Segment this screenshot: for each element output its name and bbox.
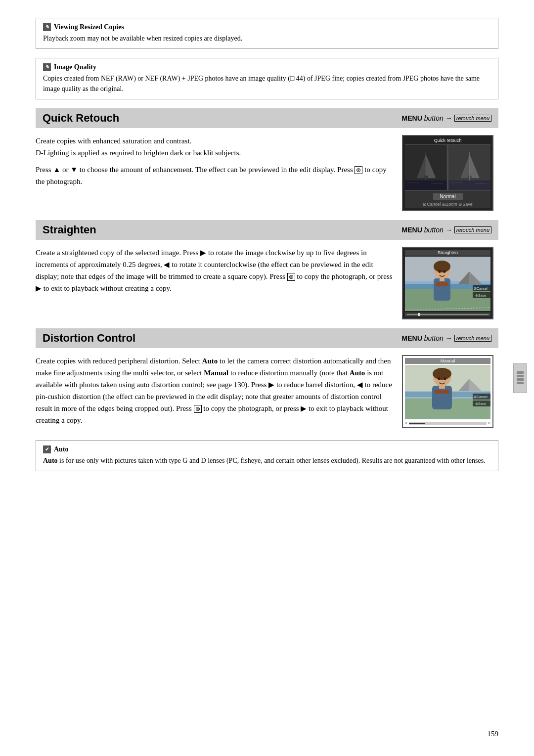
quick-retouch-para2: Press ▲ or ▼ to choose the amount of enh… bbox=[36, 164, 393, 187]
distortion-control-section: Distortion Control MENU button → retouch… bbox=[36, 328, 498, 431]
distortion-screen: Manual bbox=[402, 355, 493, 428]
svg-rect-54 bbox=[517, 378, 524, 381]
sailboat-svg-1 bbox=[405, 144, 490, 191]
straighten-img-area: ⊠Cancel ⊛Save bbox=[405, 257, 490, 311]
auto-note: ✔ Auto Auto is for use only with picture… bbox=[36, 440, 498, 471]
menu-text-2: button bbox=[424, 226, 444, 234]
straighten-image: Straighten bbox=[402, 247, 498, 319]
distortion-label-top: Manual bbox=[405, 358, 490, 364]
slider-min-label: 0 bbox=[405, 421, 407, 425]
straighten-section: Straighten MENU button → retouch menu Cr… bbox=[36, 220, 498, 319]
note-pencil-icon-1: ✎ bbox=[43, 23, 51, 31]
note-viewing-resized: ✎ Viewing Resized Copies Playback zoom m… bbox=[36, 18, 498, 49]
svg-rect-43 bbox=[432, 386, 452, 409]
cam-screen-title-1: Quick retouch bbox=[405, 138, 490, 143]
quick-retouch-header: Quick Retouch MENU button → retouch menu bbox=[36, 108, 498, 128]
straighten-body: Create a straightened copy of the select… bbox=[36, 247, 498, 319]
sidebar-icon bbox=[516, 371, 524, 386]
svg-point-47 bbox=[444, 377, 446, 380]
svg-rect-25 bbox=[434, 278, 450, 301]
menu-arrow-1: → bbox=[445, 114, 452, 122]
svg-point-46 bbox=[438, 377, 441, 380]
note-viewing-resized-label: Viewing Resized Copies bbox=[54, 23, 124, 31]
svg-rect-53 bbox=[517, 375, 524, 377]
straighten-header: Straighten MENU button → retouch menu bbox=[36, 220, 498, 240]
menu-text-3: button bbox=[424, 334, 444, 342]
svg-rect-45 bbox=[435, 390, 449, 394]
note-pencil-icon-2: ✎ bbox=[43, 63, 51, 71]
auto-check-icon: ✔ bbox=[43, 445, 51, 453]
straighten-screen: Straighten bbox=[402, 247, 493, 319]
cam-controls-1: ⊠Cancel ⊞Zoom ⊛Save bbox=[423, 202, 473, 207]
note-viewing-resized-title: ✎ Viewing Resized Copies bbox=[43, 23, 491, 31]
menu-keyword-1: MENU bbox=[402, 114, 422, 122]
note-image-quality-label: Image Quality bbox=[54, 63, 96, 71]
cam-bottom-1: Normal ⊠Cancel ⊞Zoom ⊛Save bbox=[405, 191, 490, 208]
svg-rect-27 bbox=[436, 282, 448, 286]
svg-point-29 bbox=[444, 270, 446, 273]
quick-retouch-section: Quick Retouch MENU button → retouch menu… bbox=[36, 108, 498, 211]
straighten-text: Create a straightened copy of the select… bbox=[36, 247, 393, 319]
cam-screen-img-1 bbox=[405, 144, 490, 191]
svg-rect-55 bbox=[517, 382, 524, 384]
distortion-img-area: ⊠Cancel ⊛Save bbox=[405, 365, 490, 419]
straighten-title: Straighten bbox=[43, 223, 96, 236]
note-image-quality: ✎ Image Quality Copies created from NEF … bbox=[36, 58, 498, 99]
menu-arrow-2: → bbox=[445, 226, 452, 234]
svg-point-42 bbox=[433, 368, 451, 380]
straighten-menu: MENU button → retouch menu bbox=[402, 226, 491, 234]
svg-rect-52 bbox=[517, 371, 524, 374]
menu-keyword-3: MENU bbox=[402, 334, 422, 342]
distortion-image: Manual bbox=[402, 355, 498, 431]
distortion-para1: Create copies with reduced peripheral di… bbox=[36, 355, 393, 426]
distortion-person-svg: ⊠Cancel ⊛Save bbox=[405, 365, 490, 419]
distortion-control-menu: MENU button → retouch menu bbox=[402, 334, 491, 342]
svg-point-24 bbox=[434, 261, 450, 272]
menu-icon-2: retouch menu bbox=[454, 226, 491, 233]
quick-retouch-title: Quick Retouch bbox=[43, 112, 119, 125]
svg-rect-44 bbox=[439, 385, 445, 389]
auto-note-label: Auto bbox=[54, 445, 69, 453]
quick-retouch-menu: MENU button → retouch menu bbox=[402, 114, 491, 122]
page-number: 159 bbox=[488, 730, 499, 738]
svg-rect-5 bbox=[405, 180, 447, 190]
quick-retouch-image: Quick retouch bbox=[402, 135, 498, 211]
note-image-quality-title: ✎ Image Quality bbox=[43, 63, 491, 71]
distortion-text: Create copies with reduced peripheral di… bbox=[36, 355, 393, 431]
menu-icon-3: retouch menu bbox=[454, 335, 491, 342]
auto-bold-1: Auto bbox=[43, 457, 58, 464]
svg-text:⊠Cancel: ⊠Cancel bbox=[474, 395, 488, 399]
straighten-title-bar: Straighten bbox=[405, 250, 490, 256]
notes-container: ✎ Viewing Resized Copies Playback zoom m… bbox=[36, 18, 498, 99]
distortion-slider-bar bbox=[409, 422, 486, 425]
svg-text:⊛Save: ⊛Save bbox=[475, 294, 486, 297]
menu-icon-1: retouch menu bbox=[454, 115, 491, 122]
auto-note-text: Auto is for use only with pictures taken… bbox=[43, 455, 491, 466]
note-image-quality-text: Copies created from NEF (RAW) or NEF (RA… bbox=[43, 73, 491, 94]
menu-keyword-2: MENU bbox=[402, 226, 422, 234]
menu-text-1: button bbox=[424, 114, 444, 122]
quick-retouch-text: Create copies with enhanced saturation a… bbox=[36, 135, 393, 211]
note-viewing-resized-text: Playback zoom may not be available when … bbox=[43, 33, 491, 44]
svg-point-28 bbox=[439, 270, 441, 273]
quick-retouch-body: Create copies with enhanced saturation a… bbox=[36, 135, 498, 211]
cam-label-normal: Normal bbox=[433, 193, 463, 200]
distortion-slider-row: 0 II bbox=[405, 421, 490, 425]
straighten-para1: Create a straightened copy of the select… bbox=[36, 247, 393, 294]
svg-rect-26 bbox=[440, 277, 445, 281]
distortion-control-title: Distortion Control bbox=[43, 332, 135, 345]
quick-retouch-screen: Quick retouch bbox=[402, 135, 493, 211]
slider-max-label: II bbox=[489, 421, 490, 425]
svg-text:⊛Save: ⊛Save bbox=[475, 402, 486, 405]
svg-rect-13 bbox=[448, 180, 490, 190]
auto-note-title: ✔ Auto bbox=[43, 445, 491, 453]
svg-text:⊠Cancel: ⊠Cancel bbox=[474, 287, 488, 290]
straighten-person-svg: ⊠Cancel ⊛Save bbox=[405, 257, 490, 311]
distortion-control-header: Distortion Control MENU button → retouch… bbox=[36, 328, 498, 348]
distortion-body: Create copies with reduced peripheral di… bbox=[36, 355, 498, 431]
straighten-slider bbox=[405, 312, 490, 316]
menu-arrow-3: → bbox=[445, 334, 452, 342]
sidebar-indicator bbox=[513, 363, 527, 393]
quick-retouch-para1: Create copies with enhanced saturation a… bbox=[36, 135, 393, 159]
